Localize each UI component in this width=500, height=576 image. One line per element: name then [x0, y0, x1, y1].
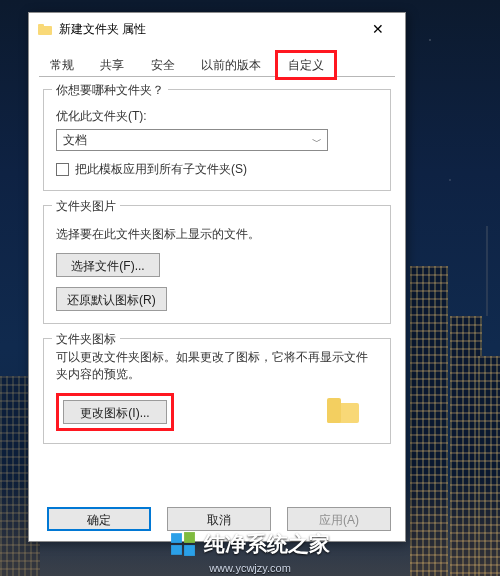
tab-previous-versions[interactable]: 以前的版本 [190, 52, 272, 77]
svg-rect-6 [171, 545, 182, 555]
watermark: 纯净系统之家 [0, 530, 500, 558]
close-icon: ✕ [372, 21, 384, 37]
svg-rect-5 [184, 532, 195, 543]
titlebar: 新建文件夹 属性 ✕ [29, 13, 405, 45]
apply-button[interactable]: 应用(A) [287, 507, 391, 531]
group-folder-type: 你想要哪种文件夹？ 优化此文件夹(T): 文档 ﹀ 把此模板应用到所有子文件夹(… [43, 89, 391, 191]
tab-content: 你想要哪种文件夹？ 优化此文件夹(T): 文档 ﹀ 把此模板应用到所有子文件夹(… [29, 77, 405, 444]
group-folder-picture: 文件夹图片 选择要在此文件夹图标上显示的文件。 选择文件(F)... 还原默认图… [43, 205, 391, 324]
folder-picture-desc: 选择要在此文件夹图标上显示的文件。 [56, 226, 378, 243]
window-title: 新建文件夹 属性 [59, 21, 351, 38]
folder-icon-desc: 可以更改文件夹图标。如果更改了图标，它将不再显示文件夹内容的预览。 [56, 349, 378, 383]
tab-bar: 常规 共享 安全 以前的版本 自定义 [39, 51, 395, 77]
change-icon-button[interactable]: 更改图标(I)... [63, 400, 167, 424]
dialog-footer: 确定 取消 应用(A) [47, 507, 391, 531]
group-title-folder-type: 你想要哪种文件夹？ [52, 82, 168, 99]
chevron-down-icon: ﹀ [312, 135, 322, 149]
choose-file-button[interactable]: 选择文件(F)... [56, 253, 160, 277]
group-folder-icon: 文件夹图标 可以更改文件夹图标。如果更改了图标，它将不再显示文件夹内容的预览。 … [43, 338, 391, 444]
ok-button[interactable]: 确定 [47, 507, 151, 531]
svg-rect-1 [38, 24, 44, 27]
checkbox-box-icon [56, 163, 69, 176]
tab-sharing[interactable]: 共享 [89, 52, 135, 77]
optimize-select[interactable]: 文档 ﹀ [56, 129, 328, 151]
tab-customize[interactable]: 自定义 [277, 52, 335, 77]
tab-general[interactable]: 常规 [39, 52, 85, 77]
optimize-label: 优化此文件夹(T): [56, 108, 378, 125]
svg-rect-3 [327, 398, 341, 423]
group-title-folder-icon: 文件夹图标 [52, 331, 120, 348]
close-button[interactable]: ✕ [357, 15, 399, 43]
watermark-url: www.ycwjzy.com [0, 562, 500, 574]
svg-rect-7 [184, 545, 195, 556]
apply-subfolders-checkbox[interactable]: 把此模板应用到所有子文件夹(S) [56, 161, 378, 178]
optimize-value: 文档 [63, 133, 87, 147]
folder-icon-preview [324, 393, 364, 425]
properties-dialog: 新建文件夹 属性 ✕ 常规 共享 安全 以前的版本 自定义 你想要哪种文件夹？ … [28, 12, 406, 542]
apply-subfolders-label: 把此模板应用到所有子文件夹(S) [75, 161, 247, 178]
tab-security[interactable]: 安全 [140, 52, 186, 77]
change-icon-highlight: 更改图标(I)... [56, 393, 174, 431]
svg-rect-0 [38, 26, 52, 35]
svg-rect-4 [171, 533, 182, 543]
restore-default-button[interactable]: 还原默认图标(R) [56, 287, 167, 311]
watermark-text: 纯净系统之家 [204, 530, 330, 558]
group-title-folder-picture: 文件夹图片 [52, 198, 120, 215]
cancel-button[interactable]: 取消 [167, 507, 271, 531]
folder-icon [37, 21, 53, 37]
windows-logo-icon [170, 531, 196, 557]
